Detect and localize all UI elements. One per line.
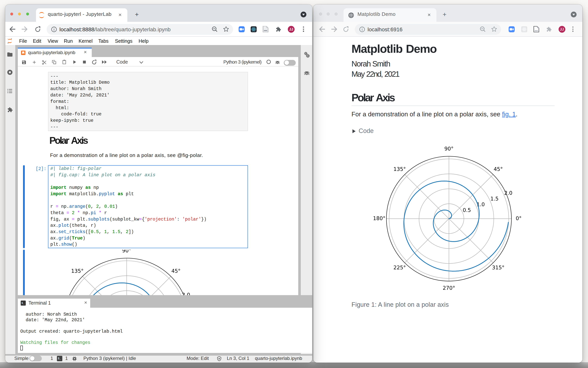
svg-text:$_: $_ <box>21 302 25 305</box>
svg-text:$_: $_ <box>58 357 61 360</box>
